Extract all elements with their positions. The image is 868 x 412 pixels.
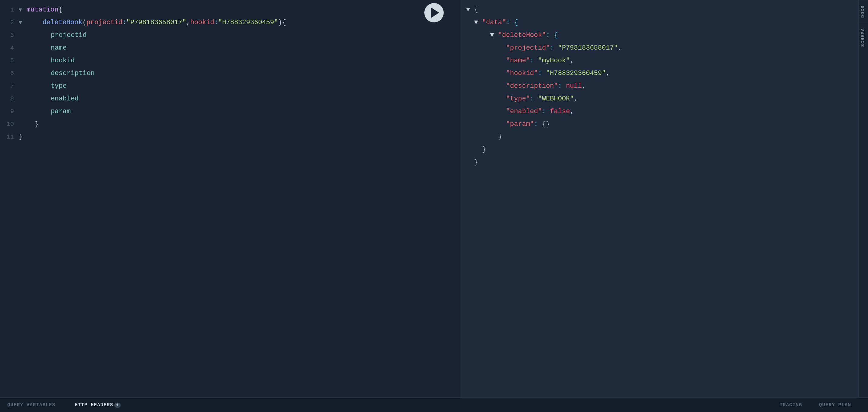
json-token: {} <box>542 118 550 131</box>
bottom-left-tab-1[interactable]: HTTP HEADERS1 <box>75 402 121 408</box>
line-number: 8 <box>5 93 14 105</box>
json-token: "name" <box>506 54 530 67</box>
json-token: : <box>542 105 550 118</box>
code-token: deleteHook <box>42 16 82 29</box>
code-token: mutation <box>27 4 59 16</box>
code-token: } <box>19 131 23 143</box>
json-token: : <box>538 67 546 80</box>
editor-line: 10 } <box>0 118 460 131</box>
json-token: "myHook" <box>538 54 570 67</box>
json-token: ▼ { <box>466 4 478 16</box>
indent <box>466 54 506 67</box>
json-token: "hookid" <box>506 67 538 80</box>
response-line: "type": "WEBHOOK", <box>460 93 858 105</box>
code-token: : <box>122 16 126 29</box>
response-line: "name": "myHook", <box>460 54 858 67</box>
json-token: "data" <box>482 16 506 29</box>
bottom-left-tabs: QUERY VARIABLESHTTP HEADERS1 <box>7 402 130 408</box>
code-token: name <box>51 42 67 54</box>
editor-line: 4 name <box>0 42 460 54</box>
json-token: , <box>574 93 578 105</box>
code-token: ){ <box>278 16 286 29</box>
indent <box>466 131 498 143</box>
response-line: ▼ "data": { <box>460 16 858 29</box>
run-query-button[interactable] <box>424 3 444 22</box>
code-token: projectid <box>51 29 87 42</box>
json-token: "P798183658017" <box>558 42 618 54</box>
code-token: "H788329360459" <box>218 16 278 29</box>
json-token: ▼ <box>490 29 498 42</box>
json-token: } <box>498 131 502 143</box>
response-code-area: ▼ { ▼ "data": { ▼ "deleteHook": { "proje… <box>460 4 858 169</box>
response-panel: ▼ { ▼ "data": { ▼ "deleteHook": { "proje… <box>460 0 858 398</box>
main-container: 1▼ mutation{2▼ deleteHook(projectid:"P79… <box>0 0 868 398</box>
query-editor-panel: 1▼ mutation{2▼ deleteHook(projectid:"P79… <box>0 0 460 398</box>
indent <box>466 143 482 156</box>
json-token: : <box>558 80 566 93</box>
code-token: projectid <box>87 16 123 29</box>
code-token: : <box>214 16 218 29</box>
bottom-right-tab-1[interactable]: QUERY PLAN <box>819 402 851 408</box>
json-token: } <box>474 156 478 169</box>
code-token: hookid <box>51 54 75 67</box>
tab-badge: 1 <box>114 403 121 408</box>
code-token: hookid <box>190 16 214 29</box>
response-line: "enabled": false, <box>460 105 858 118</box>
editor-line: 2▼ deleteHook(projectid:"P798183658017",… <box>0 16 460 29</box>
json-token: "enabled" <box>506 105 542 118</box>
indent <box>19 105 51 118</box>
json-token: , <box>606 67 610 80</box>
json-token: "type" <box>506 93 530 105</box>
line-number: 7 <box>5 80 14 93</box>
response-line: "hookid": "H788329360459", <box>460 67 858 80</box>
json-token: false <box>550 105 570 118</box>
response-line: "projectid": "P798183658017", <box>460 42 858 54</box>
line-number: 9 <box>5 105 14 118</box>
response-line: } <box>460 156 858 169</box>
line-number: 6 <box>5 67 14 80</box>
bottom-left-tab-0[interactable]: QUERY VARIABLES <box>7 402 55 408</box>
json-token: : <box>530 54 538 67</box>
response-line: } <box>460 131 858 143</box>
indent <box>466 105 506 118</box>
indent <box>466 93 506 105</box>
indent <box>27 16 43 29</box>
json-token: : <box>530 93 538 105</box>
indent <box>466 42 506 54</box>
indent <box>19 93 51 105</box>
indent <box>19 29 51 42</box>
json-token: : { <box>506 16 518 29</box>
json-token: ▼ <box>474 16 482 29</box>
docs-tab[interactable]: DOCS <box>859 0 868 23</box>
line-number: 5 <box>5 54 14 67</box>
bottom-right-tabs: TRACINGQUERY PLAN <box>780 402 861 408</box>
json-token: : { <box>546 29 558 42</box>
indent <box>466 67 506 80</box>
line-number: 4 <box>5 42 14 54</box>
indent <box>19 54 51 67</box>
editor-line: 3 projectid <box>0 29 460 42</box>
json-token: "projectid" <box>506 42 550 54</box>
collapse-arrow[interactable]: ▼ <box>19 4 25 16</box>
editor-line: 8 enabled <box>0 93 460 105</box>
json-token: : <box>550 42 558 54</box>
code-token: enabled <box>51 93 79 105</box>
json-token: , <box>618 42 622 54</box>
indent <box>19 67 51 80</box>
bottom-right-tab-0[interactable]: TRACING <box>780 402 802 408</box>
indent <box>466 156 474 169</box>
json-token: "deleteHook" <box>498 29 546 42</box>
json-token: null <box>566 80 582 93</box>
code-token: "P798183658017" <box>126 16 186 29</box>
schema-tab[interactable]: SCHEMA <box>859 23 868 52</box>
indent <box>19 80 51 93</box>
right-sidebar: DOCS SCHEMA <box>858 0 868 398</box>
response-line: } <box>460 143 858 156</box>
line-number: 3 <box>5 29 14 42</box>
line-number: 10 <box>5 118 14 131</box>
line-number: 11 <box>5 131 14 143</box>
indent <box>19 42 51 54</box>
editor-line: 9 param <box>0 105 460 118</box>
collapse-arrow[interactable]: ▼ <box>19 16 25 29</box>
code-token: , <box>186 16 190 29</box>
